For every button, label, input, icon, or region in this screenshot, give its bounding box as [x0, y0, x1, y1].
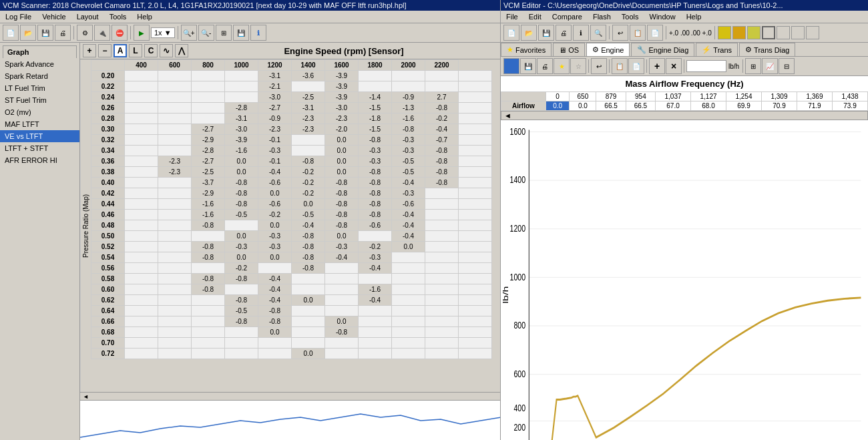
- cell-0.58-7[interactable]: [359, 274, 392, 284]
- r-yellow-btn1[interactable]: [718, 26, 731, 39]
- cell-0.30-2[interactable]: -2.7: [192, 124, 225, 135]
- cell-0.52-2[interactable]: -0.8: [192, 242, 225, 252]
- cell-0.30-5[interactable]: -2.3: [292, 124, 325, 135]
- tab-trans[interactable]: ⚡ Trans: [696, 43, 738, 56]
- open-btn[interactable]: 📂: [20, 25, 36, 41]
- cell-0.66-6[interactable]: 0.0: [325, 316, 359, 327]
- cell-0.26-7[interactable]: -1.5: [359, 103, 392, 114]
- cell-0.46-0[interactable]: [125, 210, 158, 220]
- cell-0.58-4[interactable]: -0.4: [258, 274, 292, 284]
- cell-0.44-5[interactable]: 0.0: [292, 199, 325, 210]
- cell-0.72-4[interactable]: [258, 349, 292, 359]
- auto-btn[interactable]: A: [114, 44, 127, 57]
- cell-0.50-2[interactable]: [192, 231, 225, 242]
- cell-0.56-0[interactable]: [125, 263, 158, 274]
- cell-0.64-0[interactable]: [125, 306, 158, 316]
- r-box-btn4[interactable]: [806, 26, 819, 39]
- right-menu-edit[interactable]: Edit: [523, 11, 547, 23]
- cell-0.70-5[interactable]: [292, 338, 325, 349]
- cell-0.46-2[interactable]: -1.6: [192, 210, 225, 220]
- airflow-val-0[interactable]: 0.0: [546, 101, 570, 110]
- r2-star-btn[interactable]: ★: [554, 58, 570, 74]
- r2-cross[interactable]: ×: [666, 58, 682, 74]
- right-menu-tools[interactable]: Tools: [616, 11, 644, 23]
- cell-0.52-8[interactable]: 0.0: [392, 242, 425, 252]
- cell-0.42-3[interactable]: -0.8: [225, 188, 258, 199]
- sidebar-item-maf-ltft[interactable]: MAF LTFT: [0, 118, 79, 130]
- cell-0.22-5[interactable]: [292, 81, 325, 92]
- cell-0.20-8[interactable]: [392, 71, 425, 81]
- add-btn[interactable]: +: [83, 44, 96, 57]
- cell-0.24-9[interactable]: 2.7: [425, 92, 459, 103]
- cell-0.24-3[interactable]: [225, 92, 258, 103]
- cell-0.44-8[interactable]: -0.6: [392, 199, 425, 210]
- cell-0.22-8[interactable]: [392, 81, 425, 92]
- cell-0.38-3[interactable]: 0.0: [225, 167, 258, 178]
- airflow-val-9[interactable]: 73.9: [832, 101, 867, 110]
- r-yellow-btn3[interactable]: [747, 26, 761, 39]
- tab-os[interactable]: 🖥 OS: [553, 43, 585, 56]
- cell-0.34-0[interactable]: [125, 146, 158, 156]
- cell-0.68-3[interactable]: [225, 327, 258, 338]
- r2-table-view[interactable]: ⊞: [745, 58, 761, 74]
- cell-0.54-10[interactable]: [459, 252, 492, 263]
- cell-0.40-1[interactable]: [158, 178, 192, 188]
- right-menu-compare[interactable]: Compare: [547, 11, 588, 23]
- cell-0.38-6[interactable]: 0.0: [325, 167, 359, 178]
- cell-0.34-7[interactable]: -0.3: [359, 146, 392, 156]
- cell-0.66-1[interactable]: [158, 316, 192, 327]
- cell-0.50-1[interactable]: [158, 231, 192, 242]
- airflow-val-1[interactable]: 0.0: [570, 101, 596, 110]
- cell-0.40-9[interactable]: -0.8: [425, 178, 459, 188]
- cell-0.64-9[interactable]: [425, 306, 459, 316]
- cell-0.20-10[interactable]: [459, 71, 492, 81]
- cell-0.32-5[interactable]: [292, 135, 325, 146]
- cell-0.32-1[interactable]: [158, 135, 192, 146]
- tab-engine[interactable]: ⚙ Engine: [586, 43, 630, 56]
- cell-0.38-0[interactable]: [125, 167, 158, 178]
- table-wrapper[interactable]: Pressure Ratio (Map) 4006008001000120014…: [80, 59, 500, 392]
- cell-0.38-1[interactable]: -2.3: [158, 167, 192, 178]
- cell-0.66-8[interactable]: [392, 316, 425, 327]
- cell-0.70-6[interactable]: [325, 338, 359, 349]
- r2-input-field[interactable]: [686, 60, 726, 72]
- cell-0.54-5[interactable]: -0.8: [292, 252, 325, 263]
- cell-0.58-5[interactable]: [292, 274, 325, 284]
- cell-0.60-8[interactable]: [392, 284, 425, 295]
- cell-0.32-8[interactable]: -0.3: [392, 135, 425, 146]
- cell-0.24-0[interactable]: [125, 92, 158, 103]
- print-btn[interactable]: 🖨: [55, 25, 71, 41]
- cell-0.70-8[interactable]: [392, 338, 425, 349]
- r2-star-empty[interactable]: ☆: [570, 58, 586, 74]
- cell-0.52-3[interactable]: -0.3: [225, 242, 258, 252]
- cell-0.32-3[interactable]: -3.9: [225, 135, 258, 146]
- cell-0.26-1[interactable]: [158, 103, 192, 114]
- cell-0.56-8[interactable]: [392, 263, 425, 274]
- cell-0.22-9[interactable]: [425, 81, 459, 92]
- tab-favorites[interactable]: ★ Favorites: [501, 43, 552, 56]
- sidebar-item-st-fuel-trim[interactable]: ST Fuel Trim: [0, 94, 79, 106]
- cell-0.52-7[interactable]: -0.2: [359, 242, 392, 252]
- cell-0.60-5[interactable]: [292, 284, 325, 295]
- r2-plus[interactable]: +: [649, 58, 665, 74]
- cell-0.64-6[interactable]: [325, 306, 359, 316]
- cell-0.34-2[interactable]: -2.8: [192, 146, 225, 156]
- airflow-val-2[interactable]: 66.5: [596, 101, 626, 110]
- cell-0.32-9[interactable]: -0.7: [425, 135, 459, 146]
- cell-0.56-6[interactable]: [325, 263, 359, 274]
- r2-both-view[interactable]: ⊟: [779, 58, 795, 74]
- cell-0.64-1[interactable]: [158, 306, 192, 316]
- cell-0.60-10[interactable]: [459, 284, 492, 295]
- table-scroll[interactable]: 4006008001000120014001600180020002200 0.…: [91, 59, 500, 392]
- cell-0.22-0[interactable]: [125, 81, 158, 92]
- r-scan-btn[interactable]: 🔍: [590, 25, 606, 41]
- r2-copy2[interactable]: 📋: [612, 58, 628, 74]
- cell-0.26-10[interactable]: [459, 103, 492, 114]
- cell-0.70-1[interactable]: [158, 338, 192, 349]
- sidebar-item-ltft-stft[interactable]: LTFT + STFT: [0, 142, 79, 154]
- cell-0.72-3[interactable]: [225, 349, 258, 359]
- cell-0.22-6[interactable]: -3.9: [325, 81, 359, 92]
- cell-0.44-9[interactable]: [425, 199, 459, 210]
- cell-0.66-5[interactable]: [292, 316, 325, 327]
- cell-0.32-7[interactable]: -0.8: [359, 135, 392, 146]
